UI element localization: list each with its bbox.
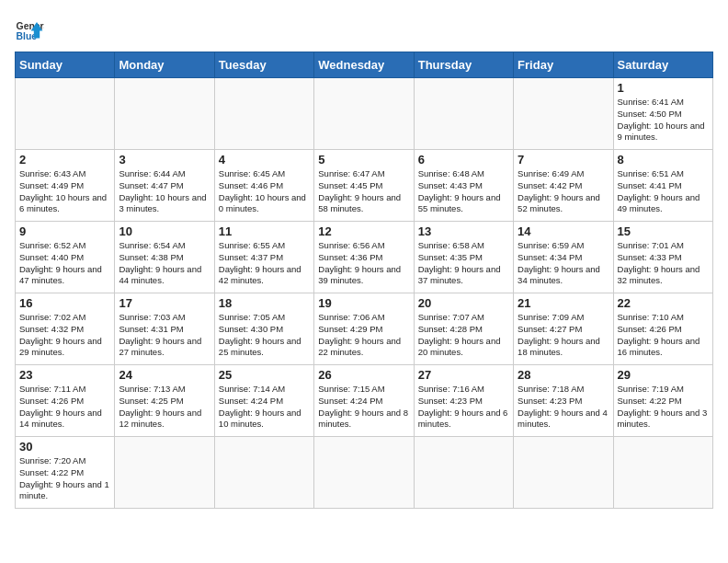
day-number: 7 [518,153,609,167]
calendar-week-row: 16Sunrise: 7:02 AM Sunset: 4:32 PM Dayli… [16,293,713,365]
day-info: Sunrise: 6:52 AM Sunset: 4:40 PM Dayligh… [19,240,110,287]
day-info: Sunrise: 6:48 AM Sunset: 4:43 PM Dayligh… [418,168,509,215]
calendar-cell: 13Sunrise: 6:58 AM Sunset: 4:35 PM Dayli… [414,222,513,293]
day-number: 25 [219,368,310,382]
day-info: Sunrise: 7:13 AM Sunset: 4:25 PM Dayligh… [119,384,210,431]
calendar-cell: 16Sunrise: 7:02 AM Sunset: 4:32 PM Dayli… [16,293,115,365]
day-info: Sunrise: 6:41 AM Sunset: 4:50 PM Dayligh… [618,97,709,144]
calendar-cell: 27Sunrise: 7:16 AM Sunset: 4:23 PM Dayli… [414,365,513,437]
weekday-header-tuesday: Tuesday [214,52,313,78]
calendar-week-row: 30Sunrise: 7:20 AM Sunset: 4:22 PM Dayli… [16,437,713,509]
calendar-cell: 4Sunrise: 6:45 AM Sunset: 4:46 PM Daylig… [214,150,313,222]
day-info: Sunrise: 6:54 AM Sunset: 4:38 PM Dayligh… [119,240,210,287]
calendar-cell: 7Sunrise: 6:49 AM Sunset: 4:42 PM Daylig… [514,150,613,222]
day-info: Sunrise: 7:18 AM Sunset: 4:23 PM Dayligh… [518,384,609,431]
day-info: Sunrise: 6:47 AM Sunset: 4:45 PM Dayligh… [318,168,409,215]
day-info: Sunrise: 7:16 AM Sunset: 4:23 PM Dayligh… [418,384,509,431]
day-info: Sunrise: 7:20 AM Sunset: 4:22 PM Dayligh… [19,455,110,502]
day-number: 20 [418,296,509,310]
day-number: 3 [119,153,210,167]
day-info: Sunrise: 7:07 AM Sunset: 4:28 PM Dayligh… [418,312,509,359]
calendar-cell: 19Sunrise: 7:06 AM Sunset: 4:29 PM Dayli… [314,293,414,365]
calendar-cell: 15Sunrise: 7:01 AM Sunset: 4:33 PM Dayli… [613,222,712,293]
day-info: Sunrise: 7:05 AM Sunset: 4:30 PM Dayligh… [219,312,310,359]
logo: General Blue [15,15,44,44]
day-number: 1 [618,81,709,95]
calendar-cell: 20Sunrise: 7:07 AM Sunset: 4:28 PM Dayli… [414,293,513,365]
day-number: 26 [318,368,409,382]
day-number: 11 [219,224,310,238]
day-info: Sunrise: 7:19 AM Sunset: 4:22 PM Dayligh… [618,384,709,431]
day-number: 8 [618,153,709,167]
calendar-cell: 28Sunrise: 7:18 AM Sunset: 4:23 PM Dayli… [514,365,613,437]
day-number: 21 [518,296,609,310]
calendar-cell [414,78,513,150]
day-info: Sunrise: 7:01 AM Sunset: 4:33 PM Dayligh… [618,240,709,287]
calendar-cell [414,437,513,509]
calendar-cell [16,78,115,150]
day-number: 29 [618,368,709,382]
calendar-cell: 10Sunrise: 6:54 AM Sunset: 4:38 PM Dayli… [115,222,214,293]
weekday-header-thursday: Thursday [414,52,513,78]
day-number: 10 [119,224,210,238]
calendar-week-row: 9Sunrise: 6:52 AM Sunset: 4:40 PM Daylig… [16,222,713,293]
calendar-cell: 12Sunrise: 6:56 AM Sunset: 4:36 PM Dayli… [314,222,414,293]
calendar-cell: 30Sunrise: 7:20 AM Sunset: 4:22 PM Dayli… [16,437,115,509]
calendar-cell: 8Sunrise: 6:51 AM Sunset: 4:41 PM Daylig… [613,150,712,222]
calendar-week-row: 23Sunrise: 7:11 AM Sunset: 4:26 PM Dayli… [16,365,713,437]
day-info: Sunrise: 6:55 AM Sunset: 4:37 PM Dayligh… [219,240,310,287]
calendar-cell [314,78,414,150]
weekday-header-saturday: Saturday [613,52,712,78]
calendar-cell [214,78,313,150]
day-info: Sunrise: 6:56 AM Sunset: 4:36 PM Dayligh… [318,240,409,287]
day-info: Sunrise: 7:03 AM Sunset: 4:31 PM Dayligh… [119,312,210,359]
calendar-header-row: SundayMondayTuesdayWednesdayThursdayFrid… [16,52,713,78]
day-number: 5 [318,153,409,167]
calendar-cell: 9Sunrise: 6:52 AM Sunset: 4:40 PM Daylig… [16,222,115,293]
calendar-cell [514,78,613,150]
day-number: 14 [518,224,609,238]
calendar-cell [314,437,414,509]
calendar-table: SundayMondayTuesdayWednesdayThursdayFrid… [15,52,713,509]
weekday-header-friday: Friday [514,52,613,78]
calendar-cell: 11Sunrise: 6:55 AM Sunset: 4:37 PM Dayli… [214,222,313,293]
day-number: 28 [518,368,609,382]
day-info: Sunrise: 7:09 AM Sunset: 4:27 PM Dayligh… [518,312,609,359]
day-info: Sunrise: 6:58 AM Sunset: 4:35 PM Dayligh… [418,240,509,287]
calendar-week-row: 2Sunrise: 6:43 AM Sunset: 4:49 PM Daylig… [16,150,713,222]
calendar-cell [115,437,214,509]
day-number: 27 [418,368,509,382]
weekday-header-wednesday: Wednesday [314,52,414,78]
day-number: 24 [119,368,210,382]
day-info: Sunrise: 7:10 AM Sunset: 4:26 PM Dayligh… [618,312,709,359]
day-number: 4 [219,153,310,167]
day-number: 9 [19,224,110,238]
calendar-cell: 26Sunrise: 7:15 AM Sunset: 4:24 PM Dayli… [314,365,414,437]
calendar-cell: 5Sunrise: 6:47 AM Sunset: 4:45 PM Daylig… [314,150,414,222]
day-info: Sunrise: 7:06 AM Sunset: 4:29 PM Dayligh… [318,312,409,359]
calendar-cell: 22Sunrise: 7:10 AM Sunset: 4:26 PM Dayli… [613,293,712,365]
calendar-cell: 18Sunrise: 7:05 AM Sunset: 4:30 PM Dayli… [214,293,313,365]
calendar-cell: 1Sunrise: 6:41 AM Sunset: 4:50 PM Daylig… [613,78,712,150]
day-number: 12 [318,224,409,238]
calendar-cell: 14Sunrise: 6:59 AM Sunset: 4:34 PM Dayli… [514,222,613,293]
calendar-cell [115,78,214,150]
day-info: Sunrise: 6:44 AM Sunset: 4:47 PM Dayligh… [119,168,210,215]
day-number: 22 [618,296,709,310]
calendar-cell [613,437,712,509]
calendar-cell: 2Sunrise: 6:43 AM Sunset: 4:49 PM Daylig… [16,150,115,222]
day-number: 15 [618,224,709,238]
day-info: Sunrise: 6:49 AM Sunset: 4:42 PM Dayligh… [518,168,609,215]
weekday-header-monday: Monday [115,52,214,78]
calendar-week-row: 1Sunrise: 6:41 AM Sunset: 4:50 PM Daylig… [16,78,713,150]
calendar-cell: 25Sunrise: 7:14 AM Sunset: 4:24 PM Dayli… [214,365,313,437]
logo-icon: General Blue [15,15,44,44]
day-number: 23 [19,368,110,382]
page-header: General Blue [15,15,713,44]
calendar-cell [514,437,613,509]
day-number: 19 [318,296,409,310]
calendar-cell: 21Sunrise: 7:09 AM Sunset: 4:27 PM Dayli… [514,293,613,365]
day-number: 6 [418,153,509,167]
day-info: Sunrise: 7:02 AM Sunset: 4:32 PM Dayligh… [19,312,110,359]
calendar-cell: 17Sunrise: 7:03 AM Sunset: 4:31 PM Dayli… [115,293,214,365]
